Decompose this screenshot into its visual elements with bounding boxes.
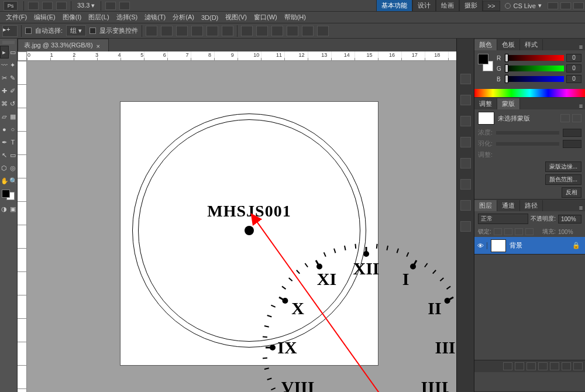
lock-pixels-icon[interactable]: [504, 228, 512, 235]
r-slider[interactable]: [505, 55, 564, 61]
invert-button[interactable]: 反相: [562, 187, 581, 198]
blur-tool[interactable]: ●: [0, 123, 9, 136]
menu-layer[interactable]: 图层(L): [88, 13, 109, 22]
quickmask-icon[interactable]: ◑: [0, 202, 9, 215]
distribute-4-icon[interactable]: [287, 26, 298, 36]
menu-3d[interactable]: 3D(D): [201, 14, 218, 21]
color-panel-menu-icon[interactable]: ≡: [577, 43, 585, 50]
eraser-tool[interactable]: ▱: [0, 110, 9, 123]
document-tab[interactable]: 表.jpg @ 33.3%(RGB/8) ×: [18, 39, 109, 51]
distribute-2-icon[interactable]: [256, 26, 268, 36]
lock-pos-icon[interactable]: [515, 228, 523, 235]
mask-icon[interactable]: [526, 362, 536, 370]
mask-edge-button[interactable]: 蒙版边缘...: [545, 161, 581, 172]
menu-window[interactable]: 窗口(W): [254, 13, 277, 22]
align-hcenter-icon[interactable]: [207, 26, 218, 36]
auto-select-checkbox[interactable]: [25, 27, 32, 34]
add-pixel-mask-icon[interactable]: [560, 114, 570, 122]
color-range-button[interactable]: 颜色范围...: [545, 174, 581, 185]
eyedropper-tool[interactable]: ✎: [9, 71, 18, 84]
lock-trans-icon[interactable]: [494, 228, 502, 235]
zoom-tool[interactable]: 🔍: [9, 174, 18, 187]
auto-select-target[interactable]: 组 ▾: [66, 25, 86, 36]
hue-ramp[interactable]: [474, 89, 585, 97]
screenmode-icon[interactable]: ▣: [9, 202, 18, 215]
lock-all-icon[interactable]: [525, 228, 534, 235]
color-swatches[interactable]: [2, 190, 15, 200]
heal-tool[interactable]: ✚: [0, 84, 9, 97]
char-panel-icon[interactable]: [460, 137, 471, 147]
canvas[interactable]: XIIIIIIIIIIIIVVIVIIVIIIIXXXI MHSJS001: [121, 102, 378, 365]
workspace-design[interactable]: 设计: [412, 0, 436, 12]
marquee-tool[interactable]: ▭: [9, 46, 18, 59]
fill-value[interactable]: 100%: [558, 229, 581, 235]
adjustment-icon[interactable]: [538, 362, 548, 370]
3d-tool[interactable]: ⬡: [0, 161, 9, 174]
ruler-horizontal[interactable]: 0123456789101112131415161718: [27, 51, 456, 61]
lasso-tool[interactable]: 〰: [0, 59, 9, 71]
opacity-value[interactable]: 100%: [558, 215, 581, 223]
panel-color-swatch[interactable]: [478, 54, 493, 71]
minibridge-icon[interactable]: [42, 2, 53, 10]
menu-help[interactable]: 帮助(H): [284, 13, 306, 22]
layer-name[interactable]: 背景: [510, 241, 572, 250]
shape-tool[interactable]: ▭: [9, 149, 18, 161]
distribute-5-icon[interactable]: [302, 26, 314, 36]
align-top-icon[interactable]: [146, 26, 157, 36]
align-left-icon[interactable]: [191, 26, 203, 36]
3d-cam-tool[interactable]: ◎: [9, 161, 18, 174]
tab-mask[interactable]: 蒙版: [497, 98, 520, 109]
bridge-icon[interactable]: [28, 2, 39, 10]
g-slider[interactable]: [505, 66, 564, 71]
navigator-panel-icon[interactable]: [460, 116, 471, 126]
r-value[interactable]: 0: [566, 54, 581, 62]
show-transform-checkbox[interactable]: [90, 27, 96, 34]
menu-analysis[interactable]: 分析(A): [173, 13, 194, 22]
cs-live[interactable]: CS Live ▾: [500, 2, 546, 9]
canvas-viewport[interactable]: XIIIIIIIIIIIIVVIVIIVIIIIXXXI MHSJS001: [27, 61, 456, 392]
para-panel-icon[interactable]: [460, 158, 471, 169]
new-layer-icon[interactable]: [562, 362, 571, 370]
menu-edit[interactable]: 编辑(E): [34, 13, 56, 22]
align-bottom-icon[interactable]: [176, 26, 188, 36]
brush-tool[interactable]: ✐: [9, 84, 18, 97]
mask-panel-menu-icon[interactable]: ≡: [577, 102, 585, 109]
zoom-level[interactable]: 33.3 ▾: [77, 2, 95, 9]
delete-layer-icon[interactable]: [573, 362, 583, 370]
screen-mode-icon[interactable]: [119, 2, 130, 10]
visibility-eye-icon[interactable]: 👁: [474, 242, 487, 249]
distribute-1-icon[interactable]: [241, 26, 253, 36]
menu-view[interactable]: 视图(V): [225, 13, 247, 22]
add-vector-mask-icon[interactable]: [572, 114, 581, 122]
tab-swatch[interactable]: 色板: [497, 39, 520, 50]
layer-item-background[interactable]: 👁 背景 🔒: [474, 237, 585, 255]
gradient-tool[interactable]: ▦: [9, 110, 18, 123]
ruler-origin[interactable]: [18, 51, 27, 61]
hand-tool[interactable]: ✋: [0, 174, 9, 187]
feather-value[interactable]: [563, 140, 581, 148]
styles-panel-icon[interactable]: [460, 200, 471, 211]
fx-icon[interactable]: [515, 362, 524, 370]
b-slider[interactable]: [505, 76, 564, 82]
workspace-photo[interactable]: 摄影: [459, 0, 483, 12]
move-tool[interactable]: ▸: [0, 46, 9, 59]
tab-layers[interactable]: 图层: [474, 200, 497, 211]
menu-image[interactable]: 图像(I): [63, 13, 81, 22]
history-panel-icon[interactable]: [460, 74, 471, 84]
workspace-more[interactable]: >>: [483, 1, 501, 11]
min-button[interactable]: [548, 2, 558, 9]
pen-tool[interactable]: ✒: [0, 136, 9, 149]
tab-paths[interactable]: 路径: [520, 200, 543, 211]
swatches-panel-icon[interactable]: [460, 179, 471, 190]
tab-channels[interactable]: 通道: [497, 200, 520, 211]
history-brush-tool[interactable]: ↺: [9, 97, 18, 110]
b-value[interactable]: 0: [566, 75, 581, 83]
distribute-6-icon[interactable]: [317, 26, 329, 36]
close-button[interactable]: [573, 2, 584, 9]
view-extras-icon[interactable]: [56, 2, 67, 10]
link-layers-icon[interactable]: [503, 362, 512, 370]
restore-button[interactable]: [560, 2, 571, 9]
toolbox-grip[interactable]: [2, 41, 15, 44]
type-tool[interactable]: T: [9, 136, 18, 149]
stamp-tool[interactable]: ⌘: [0, 97, 9, 110]
